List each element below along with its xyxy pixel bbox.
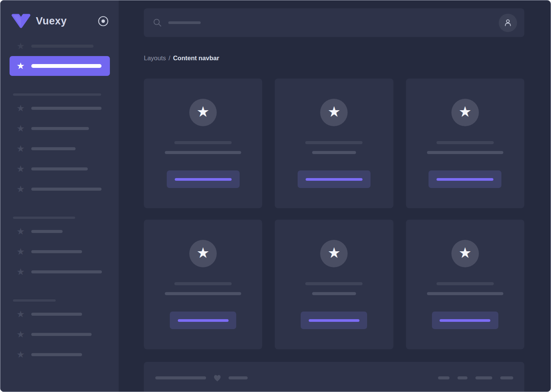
star-icon: ★: [16, 227, 26, 236]
sidebar-menu-item[interactable]: ★: [0, 98, 119, 118]
brand-header: Vuexy: [0, 0, 119, 29]
card-grid: ★ ★ ★ ★ ★: [144, 79, 524, 349]
star-icon: ★: [16, 185, 26, 194]
sidebar-menu-item[interactable]: ★: [10, 56, 110, 76]
footer-skeleton-bar: [155, 376, 206, 379]
star-icon: ★: [16, 247, 26, 256]
card-skeleton-line-1: [437, 141, 494, 144]
star-avatar: ★: [451, 99, 479, 126]
brand-title: Vuexy: [36, 15, 67, 27]
star-icon: ★: [16, 42, 26, 51]
breadcrumb-separator: /: [169, 55, 171, 61]
star-avatar: ★: [189, 99, 217, 126]
footer-skeleton-bar: [458, 376, 467, 379]
card-skeleton-line-1: [305, 282, 362, 285]
card-skeleton-line-1: [305, 141, 362, 144]
card-button-label-bar: [306, 178, 362, 181]
menu-item-skeleton-bar: [31, 45, 93, 48]
breadcrumb-current-page: Content navbar: [173, 55, 219, 61]
top-navbar: [144, 8, 524, 37]
content-card: ★: [144, 79, 262, 208]
card-button[interactable]: [298, 170, 371, 188]
menu-item-skeleton-bar: [31, 188, 102, 191]
content-card: ★: [406, 79, 524, 208]
star-icon: ★: [459, 104, 472, 119]
star-icon: ★: [327, 104, 340, 119]
card-button-label-bar: [309, 319, 359, 322]
card-skeleton-line-2: [312, 151, 356, 154]
card-button[interactable]: [429, 170, 501, 188]
menu-item-skeleton-bar: [31, 313, 82, 316]
user-avatar[interactable]: [499, 14, 517, 32]
star-icon: ★: [16, 164, 26, 174]
card-skeleton-line-2: [312, 292, 356, 295]
menu-pin-toggle-icon[interactable]: [98, 16, 109, 27]
card-skeleton-line-2: [427, 151, 503, 154]
star-icon: ★: [16, 330, 26, 339]
footer-skeleton-bar: [500, 376, 513, 379]
search-input-placeholder-bar[interactable]: [168, 21, 201, 24]
menu-item-skeleton-bar: [31, 167, 88, 170]
footer-skeleton-bar: [475, 376, 492, 379]
content-card: ★: [275, 79, 393, 208]
sidebar-menu: ★ ★ ★ ★ ★ ★ ★ ★ ★ ★ ★ ★ ★: [0, 36, 119, 365]
menu-item-skeleton-bar: [31, 333, 92, 336]
menu-item-skeleton-bar: [31, 250, 82, 253]
footer-skeleton-bar: [438, 376, 450, 379]
sidebar-menu-item[interactable]: ★: [0, 324, 119, 344]
user-avatar-icon: [503, 18, 512, 27]
breadcrumb-section[interactable]: Layouts: [144, 55, 166, 61]
star-avatar: ★: [320, 99, 348, 126]
card-skeleton-line-2: [165, 151, 241, 154]
app-frame: Vuexy ★ ★ ★ ★ ★ ★ ★ ★ ★: [0, 0, 551, 392]
main-content: Layouts/Content navbar ★ ★ ★ ★: [119, 0, 551, 392]
card-button[interactable]: [432, 312, 498, 329]
card-skeleton-line-1: [174, 141, 232, 144]
sidebar-menu-item[interactable]: ★: [0, 241, 119, 262]
menu-item-skeleton-bar: [31, 107, 102, 110]
card-button-label-bar: [175, 178, 232, 181]
menu-item-skeleton-bar: [31, 270, 102, 273]
search-icon[interactable]: [153, 18, 162, 27]
star-icon: ★: [16, 124, 26, 133]
sidebar-menu-item[interactable]: ★: [0, 36, 119, 56]
footer-left-group: [155, 373, 248, 382]
card-button-label-bar: [440, 319, 490, 322]
menu-item-skeleton-bar: [31, 127, 89, 130]
sidebar-menu-item[interactable]: ★: [0, 179, 119, 199]
star-icon: ★: [16, 104, 26, 113]
content-card: ★: [144, 220, 262, 349]
star-icon: ★: [16, 61, 26, 71]
footer-row: [155, 373, 513, 382]
menu-item-skeleton-bar: [31, 64, 102, 68]
sidebar-menu-item[interactable]: ★: [0, 138, 119, 159]
card-skeleton-line-2: [427, 292, 503, 295]
sidebar-menu-item[interactable]: ★: [0, 262, 119, 282]
breadcrumb: Layouts/Content navbar: [144, 55, 524, 62]
content-card: ★: [406, 220, 524, 349]
card-button[interactable]: [167, 170, 240, 188]
star-avatar: ★: [451, 240, 479, 267]
menu-item-skeleton-bar: [31, 353, 82, 356]
star-avatar: ★: [320, 240, 348, 267]
footer-card: [144, 362, 524, 392]
sidebar-menu-item[interactable]: ★: [0, 221, 119, 241]
star-icon: ★: [16, 350, 26, 359]
star-icon: ★: [327, 246, 340, 260]
sidebar-menu-item[interactable]: ★: [0, 159, 119, 179]
star-icon: ★: [459, 246, 472, 260]
vuexy-v-logo-icon: [11, 13, 31, 29]
heart-icon: [213, 373, 222, 382]
sidebar-menu-item[interactable]: ★: [0, 118, 119, 138]
card-skeleton-line-1: [437, 282, 494, 285]
card-button-label-bar: [178, 319, 229, 322]
menu-item-skeleton-bar: [31, 147, 76, 150]
sidebar-menu-item[interactable]: ★: [0, 344, 119, 365]
sidebar-section-header-bar: [13, 299, 56, 302]
card-button-label-bar: [437, 178, 493, 181]
sidebar-menu-item[interactable]: ★: [0, 304, 119, 324]
card-button[interactable]: [170, 312, 236, 329]
sidebar-section-header-bar: [13, 93, 101, 96]
footer-right-group: [438, 376, 513, 379]
card-button[interactable]: [301, 312, 367, 329]
